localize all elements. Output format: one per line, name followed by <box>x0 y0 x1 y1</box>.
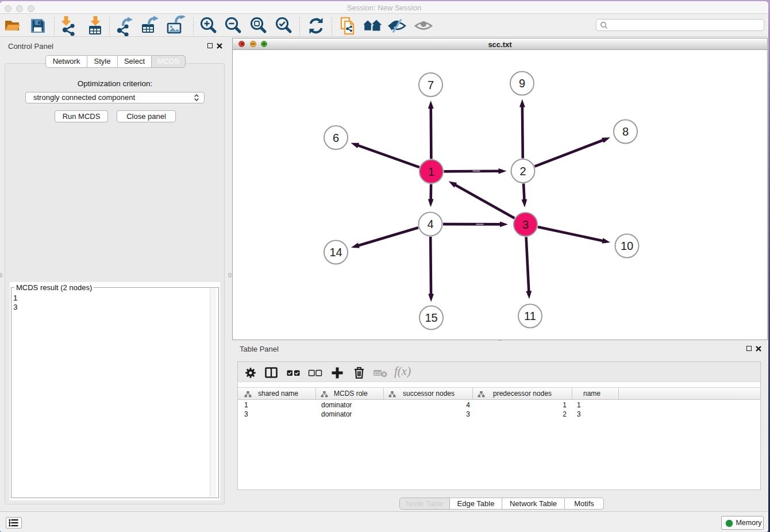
svg-text:6: 6 <box>333 132 339 144</box>
svg-text:8: 8 <box>622 125 629 138</box>
svg-text:10: 10 <box>621 240 633 252</box>
svg-text:7: 7 <box>428 79 434 91</box>
svg-text:9: 9 <box>519 77 525 90</box>
svg-text:11: 11 <box>524 310 536 322</box>
svg-text:4: 4 <box>427 218 433 230</box>
svg-text:2: 2 <box>519 165 526 178</box>
svg-text:14: 14 <box>329 246 342 259</box>
svg-text:3: 3 <box>522 218 529 231</box>
svg-text:15: 15 <box>425 311 437 324</box>
svg-text:1: 1 <box>428 165 434 178</box>
